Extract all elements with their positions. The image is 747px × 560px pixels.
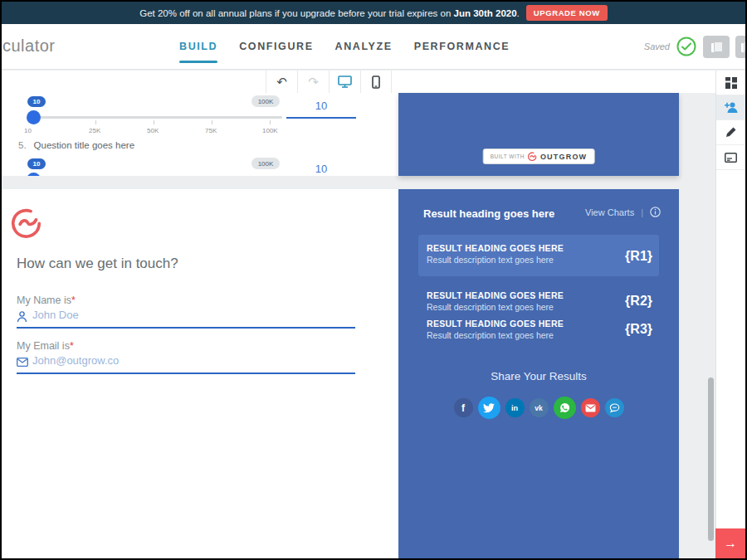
results-panel: Result heading goes here View Charts | R… <box>398 189 679 558</box>
redo-button[interactable]: ↷ <box>297 71 329 93</box>
saved-check-icon <box>676 37 696 56</box>
facebook-share-button[interactable]: f <box>454 398 473 417</box>
slider1-value-input[interactable]: 10 <box>286 100 356 112</box>
sidebar-item-leads[interactable] <box>716 95 745 120</box>
divider: | <box>641 207 643 217</box>
slider1-knob[interactable] <box>27 110 41 124</box>
tab-analyze[interactable]: ANALYZE <box>335 24 393 69</box>
promo-banner: Get 20% off on all annual plans if you u… <box>2 2 745 24</box>
chat-share-button[interactable] <box>605 398 624 417</box>
tick <box>212 120 212 124</box>
lead-form-panel: How can we get in touch? My Name is* My … <box>2 189 398 558</box>
tab-build[interactable]: BUILD <box>179 24 217 69</box>
email-input[interactable] <box>32 354 215 367</box>
result-heading: RESULT HEADING GOES HERE <box>427 319 564 329</box>
tick-label: 50K <box>147 127 159 134</box>
question-title: 5.Question title goes here <box>18 140 134 150</box>
result-token-r2: {R2} <box>625 294 652 309</box>
tick-label: 10 <box>24 127 32 134</box>
pencil-icon <box>725 127 736 138</box>
next-button[interactable]: → <box>715 528 745 558</box>
slider1-value-underline <box>286 117 356 119</box>
linkedin-share-button[interactable]: in <box>505 398 525 417</box>
grid-icon <box>725 77 737 89</box>
result-row-r2: RESULT HEADING GOES HERE Result descript… <box>427 290 564 312</box>
linkedin-icon: in <box>511 404 518 412</box>
tick-label: 100K <box>262 127 278 134</box>
view-charts-link[interactable]: View Charts <box>585 207 634 217</box>
email-label: My Email is* <box>17 340 74 352</box>
right-sidebar <box>715 71 745 558</box>
whatsapp-icon <box>559 402 570 413</box>
arrow-right-icon: → <box>724 536 737 551</box>
name-underline <box>17 327 355 329</box>
facebook-icon: f <box>461 402 465 414</box>
slider2-value-input[interactable]: 10 <box>286 163 356 175</box>
email-icon <box>585 404 596 412</box>
tick <box>270 120 271 124</box>
result-description: Result description text goes here <box>427 302 564 312</box>
undo-button[interactable]: ↶ <box>266 71 297 93</box>
duplicate-button[interactable] <box>703 36 730 58</box>
share-results-title: Share Your Results <box>398 370 679 382</box>
saved-label: Saved <box>644 41 670 51</box>
result-card-r1: RESULT HEADING GOES HERE Result descript… <box>418 235 659 276</box>
calculator-preview-questions: 10 100K 10 25K 50K 75K 100K 10 5.Questio… <box>2 93 398 176</box>
result-row-r3: RESULT HEADING GOES HERE Result descript… <box>427 319 564 340</box>
question-number: 5. <box>18 140 27 150</box>
outgrow-logo-icon <box>528 152 537 161</box>
desktop-icon <box>338 75 352 88</box>
card-icon <box>725 153 737 163</box>
save-status: Saved <box>644 24 745 69</box>
mobile-view-button[interactable] <box>360 71 392 93</box>
whatsapp-share-button[interactable] <box>554 397 576 419</box>
result-heading: RESULT HEADING GOES HERE <box>427 243 564 253</box>
header-bar: culator BUILD CONFIGURE ANALYZE PERFORMA… <box>2 24 745 70</box>
more-button[interactable] <box>735 36 745 58</box>
slider2-max-pill: 100K <box>251 158 280 169</box>
email-underline <box>17 373 355 374</box>
slider2-knob[interactable] <box>27 173 41 176</box>
email-share-button[interactable] <box>581 398 600 417</box>
built-with-label: BUILT WITH <box>491 153 525 159</box>
main-nav: BUILD CONFIGURE ANALYZE PERFORMANCE <box>179 24 510 69</box>
tab-performance[interactable]: PERFORMANCE <box>414 24 510 69</box>
vertical-scrollbar[interactable] <box>708 377 714 541</box>
required-asterisk: * <box>70 340 74 352</box>
slider1-track[interactable] <box>33 116 282 119</box>
desktop-view-button[interactable] <box>329 71 360 93</box>
built-with-outgrow-badge[interactable]: BUILT WITH OUTGROW <box>483 149 595 164</box>
results-heading: Result heading goes here <box>423 207 554 220</box>
tick <box>154 120 154 124</box>
add-user-icon <box>725 102 738 113</box>
chat-icon <box>609 403 620 413</box>
result-token-r1: {R1} <box>625 249 652 264</box>
info-icon[interactable] <box>650 207 661 217</box>
redo-icon: ↷ <box>308 75 319 88</box>
slider2-min-pill: 10 <box>27 158 46 169</box>
tick <box>95 120 96 124</box>
promo-date: Jun 30th 2020 <box>454 8 517 18</box>
result-description: Result description text goes here <box>427 255 564 265</box>
sidebar-item-form-fields[interactable] <box>716 145 745 170</box>
twitter-share-button[interactable] <box>478 397 500 419</box>
required-asterisk: * <box>71 295 76 306</box>
envelope-icon <box>17 358 28 367</box>
result-description: Result description text goes here <box>427 330 564 340</box>
preview-toolbar: ↶ ↷ <box>2 71 715 93</box>
name-input[interactable] <box>32 309 215 321</box>
page-title: culator <box>2 37 56 56</box>
upgrade-now-button[interactable]: UPGRADE NOW <box>526 5 608 21</box>
outgrow-logo <box>11 207 42 238</box>
tab-configure[interactable]: CONFIGURE <box>239 24 313 69</box>
slider1-max-pill: 100K <box>251 95 280 107</box>
twitter-icon <box>483 403 495 413</box>
person-icon <box>17 311 27 323</box>
form-heading: How can we get in touch? <box>17 256 178 272</box>
vk-icon: vk <box>535 404 542 412</box>
promo-text: Get 20% off on all annual plans if you u… <box>139 8 520 18</box>
result-token-r3: {R3} <box>625 322 652 337</box>
sidebar-item-layout[interactable] <box>716 71 745 95</box>
vk-share-button[interactable]: vk <box>530 398 549 417</box>
sidebar-item-edit[interactable] <box>716 120 745 145</box>
